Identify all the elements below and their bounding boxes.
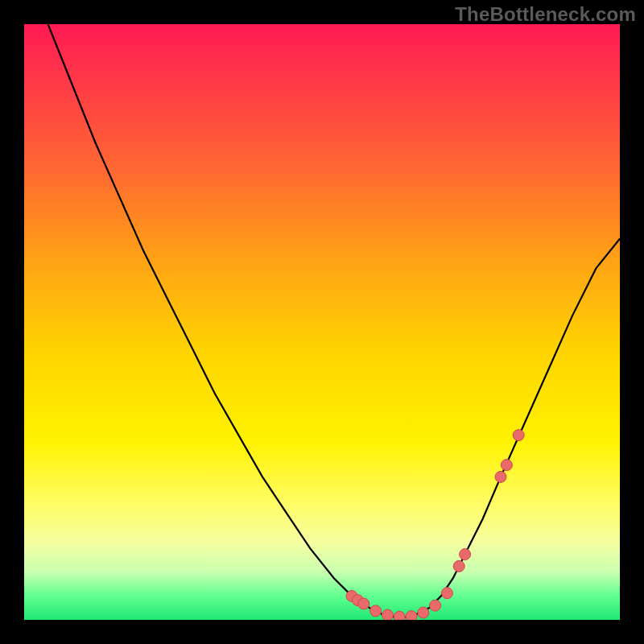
gradient-plot-area [24,24,620,620]
watermark-text: TheBottleneck.com [455,3,636,26]
chart-container: TheBottleneck.com [0,0,644,644]
